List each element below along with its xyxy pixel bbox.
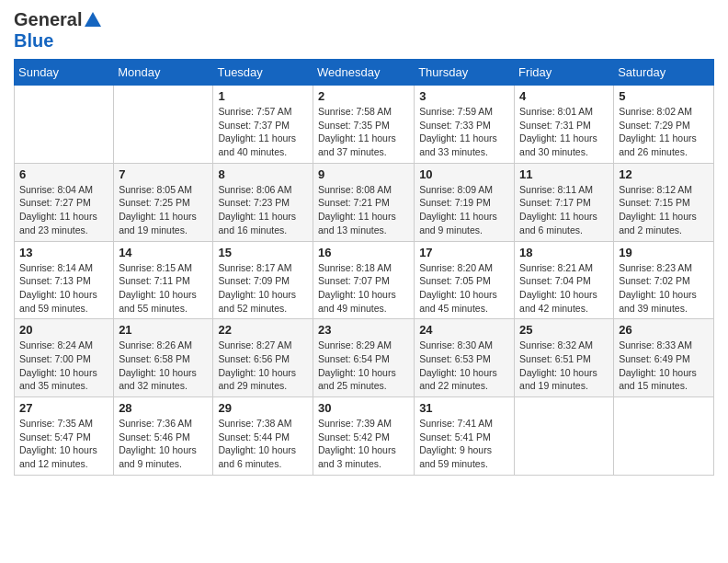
calendar-cell: 20Sunrise: 8:24 AM Sunset: 7:00 PM Dayli… [15,319,114,397]
day-info: Sunrise: 8:02 AM Sunset: 7:29 PM Dayligh… [619,105,709,159]
day-number: 13 [19,246,108,259]
day-number: 21 [119,323,208,337]
day-number: 20 [19,323,108,337]
header: GeneralBlue [14,9,714,52]
day-info: Sunrise: 7:57 AM Sunset: 7:37 PM Dayligh… [218,105,308,159]
day-info: Sunrise: 8:27 AM Sunset: 6:56 PM Dayligh… [218,339,308,393]
day-number: 2 [318,89,409,103]
col-tuesday: Tuesday [213,60,313,86]
day-info: Sunrise: 8:26 AM Sunset: 6:58 PM Dayligh… [119,339,208,393]
day-info: Sunrise: 7:35 AM Sunset: 5:47 PM Dayligh… [19,417,108,471]
calendar-cell: 1Sunrise: 7:57 AM Sunset: 7:37 PM Daylig… [213,86,313,164]
calendar-table: Sunday Monday Tuesday Wednesday Thursday… [14,59,714,476]
day-number: 9 [318,167,409,181]
day-info: Sunrise: 8:04 AM Sunset: 7:27 PM Dayligh… [19,183,108,237]
calendar-week-row: 6Sunrise: 8:04 AM Sunset: 7:27 PM Daylig… [15,163,714,241]
calendar-cell: 10Sunrise: 8:09 AM Sunset: 7:19 PM Dayli… [415,163,515,241]
calendar-cell: 24Sunrise: 8:30 AM Sunset: 6:53 PM Dayli… [415,319,515,397]
calendar-cell [614,397,714,476]
logo: GeneralBlue [14,9,101,52]
day-info: Sunrise: 8:01 AM Sunset: 7:31 PM Dayligh… [519,105,609,159]
calendar-cell: 25Sunrise: 8:32 AM Sunset: 6:51 PM Dayli… [515,319,614,397]
day-number: 15 [218,246,308,259]
day-number: 7 [119,167,208,181]
col-wednesday: Wednesday [313,60,415,86]
day-info: Sunrise: 8:12 AM Sunset: 7:15 PM Dayligh… [619,183,709,237]
calendar-cell: 2Sunrise: 7:58 AM Sunset: 7:35 PM Daylig… [313,86,415,164]
day-info: Sunrise: 8:29 AM Sunset: 6:54 PM Dayligh… [318,339,409,393]
calendar-cell: 17Sunrise: 8:20 AM Sunset: 7:05 PM Dayli… [415,241,515,319]
page: GeneralBlue Sunday Monday Tuesday Wednes… [0,0,728,563]
logo-triangle-icon [85,12,101,27]
calendar-week-row: 13Sunrise: 8:14 AM Sunset: 7:13 PM Dayli… [15,241,714,319]
day-number: 18 [519,246,609,259]
calendar-cell: 4Sunrise: 8:01 AM Sunset: 7:31 PM Daylig… [515,86,614,164]
calendar-cell: 15Sunrise: 8:17 AM Sunset: 7:09 PM Dayli… [213,241,313,319]
calendar-cell: 8Sunrise: 8:06 AM Sunset: 7:23 PM Daylig… [213,163,313,241]
day-info: Sunrise: 8:15 AM Sunset: 7:11 PM Dayligh… [119,261,208,316]
day-number: 6 [19,167,108,181]
calendar-cell: 6Sunrise: 8:04 AM Sunset: 7:27 PM Daylig… [15,163,114,241]
day-info: Sunrise: 8:20 AM Sunset: 7:05 PM Dayligh… [419,261,509,316]
logo-general-text: General [14,9,82,30]
day-info: Sunrise: 8:06 AM Sunset: 7:23 PM Dayligh… [218,183,308,237]
day-number: 12 [619,167,709,181]
calendar-cell: 27Sunrise: 7:35 AM Sunset: 5:47 PM Dayli… [15,397,114,476]
day-number: 30 [318,401,409,415]
day-info: Sunrise: 8:05 AM Sunset: 7:25 PM Dayligh… [119,183,208,237]
day-info: Sunrise: 7:41 AM Sunset: 5:41 PM Dayligh… [419,417,509,471]
calendar-week-row: 20Sunrise: 8:24 AM Sunset: 7:00 PM Dayli… [15,319,714,397]
day-number: 26 [619,323,709,337]
calendar-cell: 9Sunrise: 8:08 AM Sunset: 7:21 PM Daylig… [313,163,415,241]
day-number: 29 [218,401,308,415]
day-info: Sunrise: 7:38 AM Sunset: 5:44 PM Dayligh… [218,417,308,471]
day-number: 3 [419,89,509,103]
col-sunday: Sunday [15,60,114,86]
calendar-cell [15,86,114,164]
day-info: Sunrise: 7:59 AM Sunset: 7:33 PM Dayligh… [419,105,509,159]
col-monday: Monday [114,60,213,86]
calendar-cell: 30Sunrise: 7:39 AM Sunset: 5:42 PM Dayli… [313,397,415,476]
calendar-cell: 11Sunrise: 8:11 AM Sunset: 7:17 PM Dayli… [515,163,614,241]
calendar-cell: 13Sunrise: 8:14 AM Sunset: 7:13 PM Dayli… [15,241,114,319]
calendar-cell: 22Sunrise: 8:27 AM Sunset: 6:56 PM Dayli… [213,319,313,397]
calendar-cell: 18Sunrise: 8:21 AM Sunset: 7:04 PM Dayli… [515,241,614,319]
calendar-cell: 28Sunrise: 7:36 AM Sunset: 5:46 PM Dayli… [114,397,213,476]
col-friday: Friday [515,60,614,86]
day-info: Sunrise: 8:21 AM Sunset: 7:04 PM Dayligh… [519,261,609,316]
calendar-header-row: Sunday Monday Tuesday Wednesday Thursday… [15,60,714,86]
calendar-week-row: 27Sunrise: 7:35 AM Sunset: 5:47 PM Dayli… [15,397,714,476]
day-number: 17 [419,246,509,259]
col-saturday: Saturday [614,60,714,86]
calendar-cell: 31Sunrise: 7:41 AM Sunset: 5:41 PM Dayli… [415,397,515,476]
calendar-cell: 23Sunrise: 8:29 AM Sunset: 6:54 PM Dayli… [313,319,415,397]
day-number: 19 [619,246,709,259]
day-number: 16 [318,246,409,259]
calendar-cell: 5Sunrise: 8:02 AM Sunset: 7:29 PM Daylig… [614,86,714,164]
day-number: 22 [218,323,308,337]
day-info: Sunrise: 8:14 AM Sunset: 7:13 PM Dayligh… [19,261,108,316]
logo-blue-label: Blue [14,30,53,51]
day-info: Sunrise: 8:17 AM Sunset: 7:09 PM Dayligh… [218,261,308,316]
day-number: 28 [119,401,208,415]
day-info: Sunrise: 8:08 AM Sunset: 7:21 PM Dayligh… [318,183,409,237]
day-info: Sunrise: 8:18 AM Sunset: 7:07 PM Dayligh… [318,261,409,316]
day-info: Sunrise: 7:39 AM Sunset: 5:42 PM Dayligh… [318,417,409,471]
day-info: Sunrise: 8:11 AM Sunset: 7:17 PM Dayligh… [519,183,609,237]
day-info: Sunrise: 8:30 AM Sunset: 6:53 PM Dayligh… [419,339,509,393]
calendar-cell: 14Sunrise: 8:15 AM Sunset: 7:11 PM Dayli… [114,241,213,319]
day-info: Sunrise: 7:36 AM Sunset: 5:46 PM Dayligh… [119,417,208,471]
calendar-cell: 7Sunrise: 8:05 AM Sunset: 7:25 PM Daylig… [114,163,213,241]
day-number: 31 [419,401,509,415]
day-info: Sunrise: 8:33 AM Sunset: 6:49 PM Dayligh… [619,339,709,393]
day-info: Sunrise: 8:09 AM Sunset: 7:19 PM Dayligh… [419,183,509,237]
day-number: 4 [519,89,609,103]
day-number: 10 [419,167,509,181]
col-thursday: Thursday [415,60,515,86]
day-info: Sunrise: 7:58 AM Sunset: 7:35 PM Dayligh… [318,105,409,159]
day-info: Sunrise: 8:32 AM Sunset: 6:51 PM Dayligh… [519,339,609,393]
day-info: Sunrise: 8:23 AM Sunset: 7:02 PM Dayligh… [619,261,709,316]
calendar-week-row: 1Sunrise: 7:57 AM Sunset: 7:37 PM Daylig… [15,86,714,164]
calendar-cell: 26Sunrise: 8:33 AM Sunset: 6:49 PM Dayli… [614,319,714,397]
calendar-cell: 29Sunrise: 7:38 AM Sunset: 5:44 PM Dayli… [213,397,313,476]
